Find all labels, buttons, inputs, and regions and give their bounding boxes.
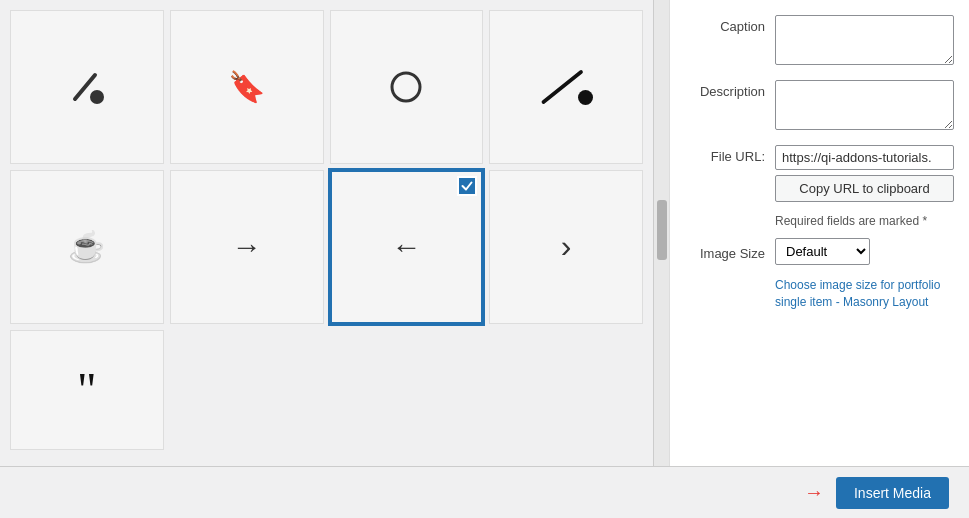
description-textarea[interactable] [775, 80, 954, 130]
checkmark-icon [461, 180, 473, 192]
media-item[interactable]: › [489, 170, 643, 324]
arrow-right-icon: → [232, 230, 262, 264]
caption-label: Caption [685, 15, 775, 34]
media-item[interactable]: ☕ [10, 170, 164, 324]
image-size-select-wrapper: Default Thumbnail Medium Large Full [775, 238, 954, 265]
media-item[interactable] [489, 10, 643, 164]
tool-icon [67, 67, 107, 107]
media-grid-area: 🔖 ☕ → [0, 0, 653, 466]
file-url-input-wrapper: Copy URL to clipboard [775, 145, 954, 202]
image-size-row: Image Size Default Thumbnail Medium Larg… [685, 238, 954, 265]
arrow-right2-icon: › [561, 228, 572, 265]
description-label: Description [685, 80, 775, 99]
bookmark-icon: 🔖 [228, 69, 265, 104]
copy-url-button[interactable]: Copy URL to clipboard [775, 175, 954, 202]
image-size-label: Image Size [685, 242, 775, 261]
sidebar: Caption Description File URL: Copy URL t… [669, 0, 969, 466]
sidebar-fields: Caption Description File URL: Copy URL t… [670, 0, 969, 466]
file-url-label: File URL: [685, 145, 775, 164]
circle-icon [388, 69, 424, 105]
check-badge [457, 176, 477, 196]
arrow-left-icon: ← [391, 230, 421, 264]
caption-row: Caption [685, 15, 954, 68]
scrollbar[interactable] [653, 0, 669, 466]
quote-icon: " [77, 366, 97, 414]
svg-line-3 [544, 72, 582, 102]
svg-point-1 [90, 90, 104, 104]
media-item[interactable]: 🔖 [170, 10, 324, 164]
slash-tool-icon [536, 62, 596, 112]
media-item[interactable] [10, 10, 164, 164]
required-note: Required fields are marked * [685, 214, 954, 228]
caption-textarea[interactable] [775, 15, 954, 65]
scroll-thumb[interactable] [657, 200, 667, 260]
image-size-select[interactable]: Default Thumbnail Medium Large Full [775, 238, 870, 265]
caption-input-wrapper [775, 15, 954, 68]
description-input-wrapper [775, 80, 954, 133]
media-grid: 🔖 ☕ → [10, 10, 643, 450]
svg-point-4 [578, 90, 593, 105]
arrow-right-icon: → [804, 481, 824, 504]
image-size-hint: Choose image size for portfolio single i… [685, 277, 954, 311]
bottom-bar: → Insert Media [0, 466, 969, 518]
media-item-quote[interactable]: " [10, 330, 164, 450]
coffee-icon: ☕ [68, 229, 105, 264]
file-url-row: File URL: Copy URL to clipboard [685, 145, 954, 202]
file-url-input[interactable] [775, 145, 954, 170]
insert-media-button[interactable]: Insert Media [836, 477, 949, 509]
media-item[interactable]: → [170, 170, 324, 324]
svg-point-2 [392, 73, 420, 101]
media-item-selected[interactable]: ← [330, 170, 484, 324]
main-area: 🔖 ☕ → [0, 0, 969, 466]
media-item[interactable] [330, 10, 484, 164]
description-row: Description [685, 80, 954, 133]
